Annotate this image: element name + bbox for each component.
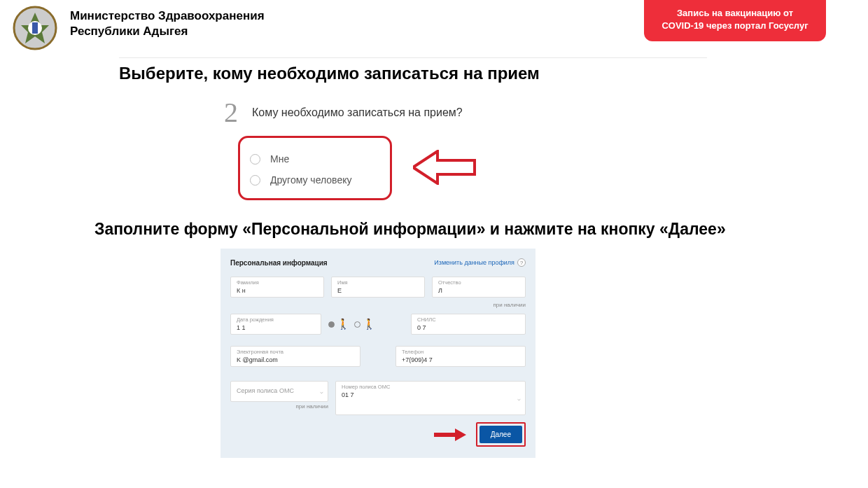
gender-selector[interactable]: 🚶 🚶: [328, 314, 376, 335]
oms-series-field[interactable]: Серия полиса ОМС ⌵: [230, 381, 328, 402]
next-button[interactable]: Далее: [479, 426, 522, 443]
step-question-row: 2 Кому необходимо записаться на прием?: [224, 96, 868, 129]
recipient-radio-group: Мне Другому человеку: [238, 136, 392, 200]
step-heading: Выберите, кому необходимо записаться на …: [119, 64, 868, 83]
gender-male[interactable]: 🚶: [328, 318, 350, 330]
info-icon: ?: [517, 258, 526, 267]
next-button-label: Далее: [491, 431, 511, 438]
instruction-fill-form: Заполните форму «Персональной информации…: [94, 220, 868, 239]
patronymic-field[interactable]: Отчество Л: [432, 277, 526, 298]
ribbon-banner: Запись на вакцинацию от COVID-19 через п…: [644, 0, 826, 41]
surname-field[interactable]: Фамилия К н: [230, 277, 324, 298]
panel-title: Персональная информация: [230, 259, 328, 267]
annotation-arrow-right-icon: [433, 427, 468, 442]
divider: [119, 57, 707, 58]
field-value: К н: [237, 287, 318, 294]
annotation-arrow-left-icon: [413, 150, 476, 185]
radio-option-me[interactable]: Мне: [250, 153, 380, 165]
field-label: Номер полиса ОМС: [342, 384, 519, 390]
ministry-title: Министерство Здравоохранения Республики …: [70, 8, 265, 39]
step-question: Кому необходимо записаться на прием?: [252, 106, 463, 119]
radio-option-other[interactable]: Другому человеку: [250, 174, 380, 186]
chevron-down-icon: ⌵: [320, 389, 323, 395]
ribbon-line2: COVID-19 через портал Госуслуг: [652, 20, 818, 32]
snils-field[interactable]: СНИЛС 0 7: [411, 314, 526, 335]
chevron-down-icon: ⌵: [517, 395, 521, 401]
radio-icon: [250, 175, 260, 186]
field-label: Дата рождения: [237, 317, 315, 323]
field-value: 01 7: [342, 391, 519, 398]
radio-icon: [328, 321, 335, 328]
radio-icon: [354, 321, 360, 328]
field-placeholder: Серия полиса ОМС: [237, 387, 322, 394]
emblem-icon: [13, 6, 57, 50]
ribbon-line1: Запись на вакцинацию от: [652, 7, 818, 20]
field-label: Отчество: [438, 280, 519, 286]
personal-info-panel: Персональная информация Изменить данные …: [220, 249, 536, 458]
field-value: Е: [337, 287, 419, 294]
radio-label: Другому человеку: [270, 174, 351, 186]
female-icon: 🚶: [363, 318, 376, 330]
note-optional: при наличии: [230, 302, 526, 308]
field-value: +7(909)4 7: [402, 356, 519, 363]
radio-icon: [250, 154, 260, 165]
male-icon: 🚶: [337, 318, 350, 330]
field-value: K @gmail.com: [237, 356, 354, 363]
phone-field[interactable]: Телефон +7(909)4 7: [396, 346, 526, 367]
step-number: 2: [224, 96, 238, 129]
ministry-line2: Республики Адыгея: [70, 24, 265, 39]
edit-profile-link[interactable]: Изменить данные профиля ?: [434, 258, 526, 267]
field-label: Телефон: [402, 349, 519, 355]
next-button-highlight: Далее: [476, 422, 526, 447]
ministry-line1: Министерство Здравоохранения: [70, 8, 265, 24]
field-label: СНИЛС: [417, 317, 519, 323]
field-label: Электронная почта: [237, 349, 354, 355]
dob-field[interactable]: Дата рождения 1 1: [230, 314, 321, 335]
oms-number-field[interactable]: Номер полиса ОМС 01 7 ⌵: [335, 381, 526, 415]
field-value: 1 1: [237, 324, 315, 331]
note-optional: при наличии: [230, 403, 328, 410]
field-label: Фамилия: [237, 280, 318, 286]
edit-link-text: Изменить данные профиля: [434, 259, 514, 266]
name-field[interactable]: Имя Е: [331, 277, 425, 298]
field-label: Имя: [337, 280, 419, 286]
field-value: 0 7: [417, 324, 519, 331]
svg-rect-2: [32, 22, 38, 34]
email-field[interactable]: Электронная почта K @gmail.com: [230, 346, 360, 367]
gender-female[interactable]: 🚶: [354, 318, 376, 330]
field-value: Л: [438, 287, 519, 294]
radio-label: Мне: [270, 153, 289, 165]
